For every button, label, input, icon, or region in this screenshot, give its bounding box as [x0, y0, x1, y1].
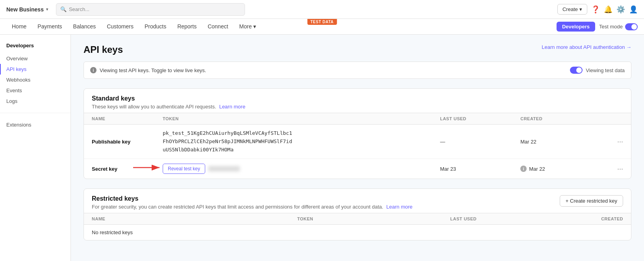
sidebar-title: Developers [0, 43, 71, 53]
secret-key-actions[interactable]: ··· [590, 159, 631, 179]
test-mode-switch[interactable] [625, 23, 638, 30]
brand[interactable]: New Business ▾ [6, 6, 48, 13]
table-row: No restricted keys [84, 225, 631, 240]
standard-keys-header: Standard keys These keys will allow you … [84, 89, 631, 113]
user-avatar[interactable]: 👤 [629, 5, 638, 14]
standard-keys-title: Standard keys [92, 95, 623, 102]
secret-key-blurred [208, 166, 240, 172]
restricted-col-last-used: LAST USED [321, 213, 484, 225]
test-data-badge: TEST DATA [307, 19, 337, 25]
test-data-toggle[interactable] [570, 67, 583, 74]
nav-item-reports[interactable]: Reports [172, 19, 202, 35]
nav-item-customers[interactable]: Customers [101, 19, 139, 35]
nav-item-home[interactable]: Home [6, 19, 32, 35]
sidebar-item-overview[interactable]: Overview [0, 53, 71, 64]
main-layout: Developers Overview API keys Webhooks Ev… [0, 35, 644, 261]
sidebar-item-logs[interactable]: Logs [0, 96, 71, 106]
create-restricted-key-button[interactable]: + Create restricted key [560, 195, 623, 207]
secret-key-created: i Mar 22 [512, 159, 590, 179]
sidebar-item-api-keys[interactable]: API keys [0, 64, 71, 75]
info-bar-text: i Viewing test API keys. Toggle to view … [90, 67, 206, 73]
chevron-down-icon: ▾ [253, 23, 256, 30]
search-bar[interactable]: 🔍 Search... [56, 3, 245, 16]
viewing-test-label: Viewing test data [586, 67, 625, 73]
standard-keys-section: Standard keys These keys will allow you … [84, 88, 631, 179]
standard-keys-desc: These keys will allow you to authenticat… [92, 104, 623, 110]
info-bar: i Viewing test API keys. Toggle to view … [84, 62, 631, 79]
viewing-test-data: Viewing test data [570, 67, 625, 74]
restricted-keys-title: Restricted keys [92, 195, 412, 202]
learn-more-auth-link[interactable]: Learn more about API authentication → [542, 44, 631, 50]
restricted-keys-section: Restricted keys For greater security, yo… [84, 188, 631, 240]
sidebar-item-events[interactable]: Events [0, 85, 71, 96]
sidebar-item-webhooks[interactable]: Webhooks [0, 75, 71, 85]
secret-key-token-cell: Reveal test key [155, 159, 432, 179]
publishable-key-actions[interactable]: ··· [590, 125, 631, 159]
publishable-key-created: Mar 22 [512, 125, 590, 159]
secret-key-last-used: Mar 23 [432, 159, 512, 179]
nav-item-balances[interactable]: Balances [68, 19, 102, 35]
more-options-icon[interactable]: ··· [617, 138, 623, 145]
restricted-keys-desc: For greater security, you can create res… [92, 204, 412, 210]
notification-icon[interactable]: 🔔 [604, 5, 612, 14]
top-bar: New Business ▾ 🔍 Search... Create ▾ ❓ 🔔 … [0, 0, 644, 19]
top-right-actions: Create ▾ ❓ 🔔 ⚙️ 👤 [557, 4, 638, 15]
restricted-col-created: CREATED [484, 213, 631, 225]
search-icon: 🔍 [60, 6, 67, 12]
main-content: API keys Learn more about API authentica… [71, 35, 644, 261]
more-options-icon[interactable]: ··· [617, 165, 623, 173]
chevron-down-icon: ▾ [579, 6, 582, 12]
sidebar: Developers Overview API keys Webhooks Ev… [0, 35, 71, 261]
test-mode-label: Test mode [599, 24, 623, 30]
restricted-keys-learn-more[interactable]: Learn more [386, 204, 412, 210]
publishable-key-last-used: — [432, 125, 512, 159]
nav-item-connect[interactable]: Connect [202, 19, 234, 35]
publishable-key-name: Publishable key [84, 125, 155, 159]
col-created: CREATED [512, 113, 590, 125]
page-header: API keys Learn more about API authentica… [84, 44, 631, 55]
standard-keys-learn-more[interactable]: Learn more [219, 104, 245, 110]
help-icon[interactable]: ❓ [591, 5, 600, 14]
col-token: TOKEN [155, 113, 432, 125]
sidebar-item-extensions[interactable]: Extensions [0, 119, 71, 130]
restricted-keys-header: Restricted keys For greater security, yo… [84, 189, 631, 213]
restricted-col-token: TOKEN [198, 213, 321, 225]
info-icon: i [520, 166, 527, 172]
table-row: Secret key Reveal test key [84, 159, 631, 179]
main-nav: TEST DATA Home Payments Balances Custome… [0, 19, 644, 35]
page-title: API keys [84, 44, 123, 55]
table-row: Publishable key pk_test_51KgE2hCUAiurhyB… [84, 125, 631, 159]
publishable-key-token: pk_test_51KgE2hCUAiurhyBqLSMleVCAyfSTLlb… [155, 125, 432, 159]
restricted-col-name: NAME [84, 213, 198, 225]
nav-item-payments[interactable]: Payments [32, 19, 67, 35]
reveal-test-key-button[interactable]: Reveal test key [163, 164, 205, 174]
restricted-keys-table: NAME TOKEN LAST USED CREATED No restrict… [84, 213, 631, 240]
col-last-used: LAST USED [432, 113, 512, 125]
info-icon: i [90, 67, 97, 73]
secret-key-name: Secret key [84, 159, 155, 179]
nav-item-products[interactable]: Products [139, 19, 172, 35]
no-restricted-keys: No restricted keys [84, 225, 631, 240]
test-mode-toggle[interactable]: Test mode [599, 23, 638, 30]
brand-label: New Business [6, 6, 44, 13]
standard-keys-table: NAME TOKEN LAST USED CREATED Publishable… [84, 113, 631, 179]
settings-icon[interactable]: ⚙️ [616, 5, 625, 14]
create-button[interactable]: Create ▾ [557, 4, 587, 15]
developers-button[interactable]: Developers [557, 22, 595, 32]
nav-item-more[interactable]: More ▾ [234, 19, 262, 35]
info-bar-message: Viewing test API keys. Toggle to view li… [100, 67, 206, 73]
col-name: NAME [84, 113, 155, 125]
chevron-down-icon: ▾ [46, 7, 48, 11]
search-placeholder: Search... [69, 6, 89, 12]
